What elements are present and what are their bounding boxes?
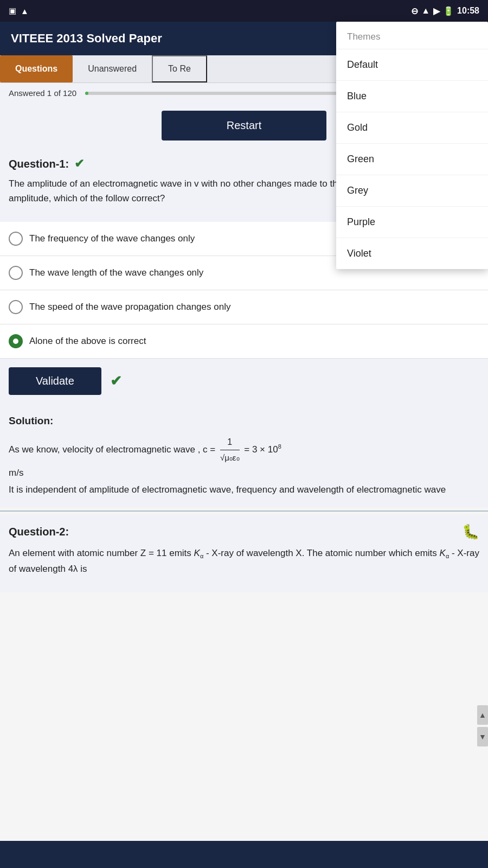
app-bar-title: VITEEE 2013 Solved Paper [11, 31, 162, 45]
theme-violet[interactable]: Violet [336, 238, 488, 269]
app-icon-1: ▣ [9, 6, 16, 16]
theme-grey[interactable]: Grey [336, 175, 488, 207]
theme-green[interactable]: Green [336, 144, 488, 175]
option-b-text: The wave length of the wave changes only [29, 267, 203, 278]
themes-header: Themes [336, 22, 488, 49]
question-1-check-icon: ✔ [74, 157, 84, 171]
radio-b[interactable] [9, 266, 23, 280]
radio-d[interactable] [9, 334, 23, 348]
question-2-section: Question-2: 🐛 An element with atomic num… [0, 515, 488, 592]
status-bar-right: ⊖ ▲ ▶ 🔋 10:58 [411, 6, 479, 16]
bug-icon[interactable]: 🐛 [462, 524, 479, 540]
theme-default[interactable]: Default [336, 49, 488, 81]
time-display: 10:58 [457, 6, 479, 16]
question-1-title: Question-1: [9, 158, 69, 170]
minus-icon: ⊖ [411, 6, 418, 16]
validate-check-icon: ✔ [110, 373, 122, 390]
themes-dropdown: Themes Default Blue Gold Green Grey Purp… [336, 22, 488, 269]
bottom-nav [0, 841, 488, 868]
question-2-title: Question-2: [9, 526, 69, 538]
theme-purple[interactable]: Purple [336, 207, 488, 238]
theme-blue[interactable]: Blue [336, 81, 488, 112]
section-divider [0, 510, 488, 512]
solution-title: Solution: [9, 412, 479, 430]
signal-icon: ▶ [433, 6, 440, 16]
progress-bar-fill [85, 92, 88, 95]
solution-formula: 1 √μ₀ε₀ [220, 435, 240, 465]
option-c-text: The speed of the wave propagation change… [29, 302, 230, 312]
tab-questions[interactable]: Questions [0, 55, 73, 82]
status-bar: ▣ ▲ ⊖ ▲ ▶ 🔋 10:58 [0, 0, 488, 22]
tab-unanswered[interactable]: Unanswered [73, 55, 152, 82]
option-c[interactable]: The speed of the wave propagation change… [0, 290, 488, 324]
solution-section: Solution: As we know, velocity of electr… [0, 404, 488, 507]
option-d[interactable]: Alone of the above is correct [0, 324, 488, 359]
solution-formula-result: = 3 × 108 [244, 444, 281, 455]
question-2-text: An element with atomic number Z = 11 emi… [9, 546, 479, 576]
solution-text: As we know, velocity of electromagnetic … [9, 435, 479, 499]
app-icon-2: ▲ [21, 7, 29, 16]
scroll-up-arrow[interactable]: ▲ [477, 705, 488, 725]
solution-explanation: It is independent of amplitude of electr… [9, 484, 446, 495]
solution-unit: m/s [9, 468, 23, 478]
battery-icon: 🔋 [443, 6, 454, 16]
progress-text: Answered 1 of 120 [9, 88, 76, 98]
radio-a[interactable] [9, 232, 23, 246]
radio-c[interactable] [9, 300, 23, 314]
tab-to-review[interactable]: To Re [152, 55, 207, 82]
scrollbar[interactable]: ▲ ▼ [477, 705, 488, 746]
validate-row: Validate ✔ [0, 359, 488, 404]
solution-formula-intro: As we know, velocity of electromagnetic … [9, 444, 218, 455]
validate-button[interactable]: Validate [9, 367, 101, 395]
option-a-text: The frequency of the wave changes only [29, 233, 195, 244]
restart-button[interactable]: Restart [162, 111, 326, 141]
option-d-text: Alone of the above is correct [29, 336, 146, 347]
scroll-down-arrow[interactable]: ▼ [477, 727, 488, 746]
status-bar-left: ▣ ▲ [9, 6, 29, 16]
wifi-icon: ▲ [421, 6, 430, 16]
theme-gold[interactable]: Gold [336, 112, 488, 144]
question-2-header: Question-2: 🐛 [9, 524, 479, 540]
